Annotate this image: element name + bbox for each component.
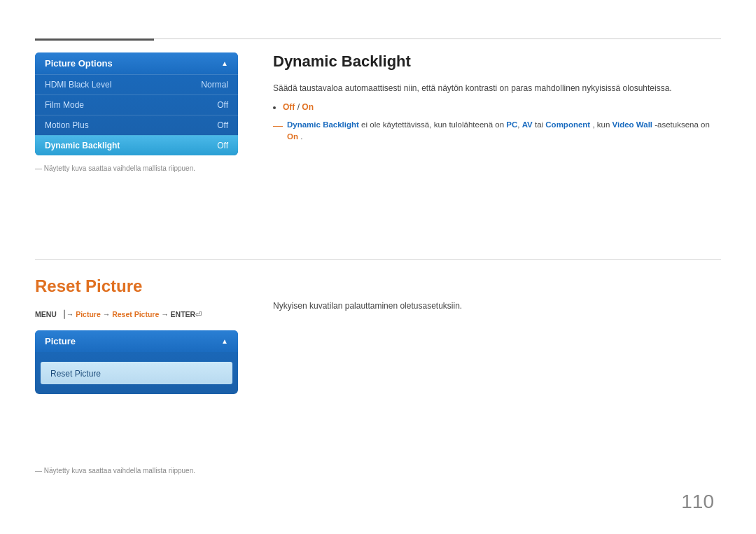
picture-menu-header: Picture ▲ [35,330,238,352]
reset-title: Reset Picture [35,276,245,296]
bullet-item-offon: Off / On [283,102,721,112]
reset-picture-item[interactable]: Reset Picture [41,362,232,384]
bottom-caption: ― Näytetty kuva saattaa vaihdella mallis… [35,467,195,475]
picture-menu-header-title: Picture [45,336,76,346]
text-on: On [302,102,314,112]
menu-header-arrow: ▲ [221,59,228,67]
text-off: Off [283,102,295,112]
menu-item-dynamic[interactable]: Dynamic Backlight Off [35,135,238,155]
picture-menu-box: Picture ▲ Reset Picture [35,330,238,394]
menu-header-title: Picture Options [45,58,113,69]
path-picture: Picture [76,310,101,318]
menu-item-dynamic-value: Off [217,141,228,150]
bullet-list: Off / On [283,102,721,112]
menu-item-hdmi-value: Normal [201,80,228,90]
menu-keyword: MENU [35,310,57,318]
section-title: Dynamic Backlight [273,52,721,71]
note-text: Dynamic Backlight ei ole käytettävissä, … [287,119,721,143]
menu-path: MENU ▕ → Picture → Reset Picture → ENTER… [35,309,245,321]
picture-options-menu: Picture Options ▲ HDMI Black Level Norma… [35,52,238,155]
menu-item-dynamic-label: Dynamic Backlight [45,141,120,150]
menu-header: Picture Options ▲ [35,52,238,74]
menu-item-hdmi-label: HDMI Black Level [45,80,111,90]
reset-picture-right: Nykyisen kuvatilan palauttaminen oletusa… [273,301,721,311]
picture-menu-arrow: ▲ [221,337,228,345]
menu-item-motion-label: Motion Plus [45,120,89,130]
reset-picture-left: Reset Picture MENU ▕ → Picture → Reset P… [35,276,245,394]
picture-menu-spacer [35,352,238,358]
menu-item-motion[interactable]: Motion Plus Off [35,115,238,135]
dynamic-backlight-section: Dynamic Backlight Säädä taustavaloa auto… [273,52,721,143]
path-reset: Reset Picture [112,310,159,318]
reset-picture-label: Reset Picture [50,369,101,379]
reset-description: Nykyisen kuvatilan palauttaminen oletusa… [273,301,721,311]
picture-menu-spacer-bottom [35,388,238,394]
menu-icon: ▕ [59,310,64,318]
picture-options-section: Picture Options ▲ HDMI Black Level Norma… [35,52,245,174]
menu-item-film[interactable]: Film Mode Off [35,94,238,115]
menu-item-film-value: Off [217,100,228,110]
section-description: Säädä taustavaloa automaattisesti niin, … [273,82,721,95]
note-dash: ― [273,119,283,132]
caption-bottom-text: ― Näytetty kuva saattaa vaihdella mallis… [35,467,195,475]
page-number: 110 [681,491,714,513]
note-line: ― Dynamic Backlight ei ole käytettävissä… [273,119,721,143]
menu-item-hdmi[interactable]: HDMI Black Level Normal [35,74,238,94]
top-divider-accent [35,38,154,41]
caption-top: ― Näytetty kuva saattaa vaihdella mallis… [35,164,245,174]
menu-item-film-label: Film Mode [45,100,84,110]
menu-item-motion-value: Off [217,120,228,130]
path-enter: ENTER [171,310,196,318]
section-divider [35,259,721,260]
